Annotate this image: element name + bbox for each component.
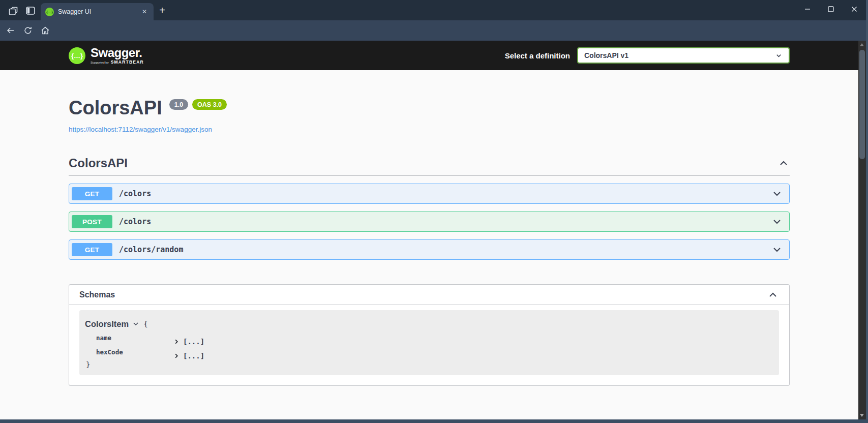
operation-row-get-colors-random[interactable]: GET /colors/random <box>69 239 790 260</box>
operation-path: /colors <box>119 189 151 198</box>
model-colorsitem: ColorsItem { name [...] <box>79 310 779 375</box>
chevron-up-icon <box>779 158 789 168</box>
back-icon[interactable] <box>5 25 16 36</box>
definition-select-value: ColorsAPI v1 <box>584 51 775 59</box>
model-property-name: name [...] <box>79 333 779 344</box>
chevron-right-icon <box>173 339 179 345</box>
method-badge: GET <box>72 187 112 200</box>
chevron-down-icon <box>132 320 139 327</box>
swagger-logo-icon: {…} <box>69 47 85 64</box>
scroll-down-arrow-icon[interactable] <box>860 414 864 417</box>
expand-operation-button[interactable] <box>771 188 783 200</box>
property-collapsed-toggle[interactable]: [...] <box>173 336 204 347</box>
page-scrollbar[interactable] <box>858 41 866 419</box>
swagger-page: ColorsAPI 1.0 OAS 3.0 https://localhost:… <box>0 70 858 419</box>
chevron-down-icon <box>772 217 782 227</box>
chevron-right-icon <box>173 353 179 359</box>
property-collapsed-toggle[interactable]: [...] <box>173 350 204 361</box>
model-name: ColorsItem <box>85 319 129 329</box>
expand-operation-button[interactable] <box>771 216 783 228</box>
spec-json-link[interactable]: https://localhost:7112/swagger/v1/swagge… <box>69 126 212 133</box>
chevron-down-icon <box>772 189 782 199</box>
close-brace: } <box>79 360 779 369</box>
tab-close-icon[interactable]: ✕ <box>140 7 149 16</box>
property-name: hexCode <box>96 347 173 358</box>
workspaces-icon[interactable] <box>7 5 19 17</box>
definition-select[interactable]: ColorsAPI v1 <box>577 47 790 64</box>
minimize-button[interactable] <box>796 0 819 18</box>
swagger-favicon-icon: {…} <box>45 8 54 16</box>
operation-row-get-colors[interactable]: GET /colors <box>69 184 790 204</box>
schemas-section: Schemas ColorsItem { name <box>69 284 790 386</box>
swagger-logo: {…} Swagger. Supported by SMARTBEAR <box>69 47 144 65</box>
model-property-hexcode: hexCode [...] <box>79 347 779 358</box>
collapse-schemas-button[interactable] <box>767 289 779 301</box>
operation-path: /colors <box>119 217 151 226</box>
browser-tab[interactable]: {…} Swagger UI ✕ <box>41 3 154 20</box>
tag-section-header[interactable]: ColorsAPI <box>69 156 790 176</box>
version-badge: 1.0 <box>169 99 188 110</box>
browser-toolbar: https://localhost:7112/swagger/index.htm… <box>0 20 868 41</box>
scrollbar-thumb[interactable] <box>859 50 865 159</box>
operation-row-post-colors[interactable]: POST /colors <box>69 212 790 232</box>
api-info-block: ColorsAPI 1.0 OAS 3.0 https://localhost:… <box>69 70 790 134</box>
close-button[interactable] <box>843 0 866 18</box>
api-title: ColorsAPI <box>69 98 162 118</box>
window-controls <box>796 0 866 18</box>
vertical-tabs-icon[interactable] <box>24 5 37 17</box>
chevron-down-icon <box>775 52 783 59</box>
open-brace: { <box>143 320 147 328</box>
schemas-title: Schemas <box>79 290 115 299</box>
chevron-up-icon <box>768 290 778 300</box>
method-badge: POST <box>72 215 112 228</box>
home-icon[interactable] <box>40 25 51 36</box>
supported-by-label: Supported by <box>91 61 109 64</box>
collapsed-value: [...] <box>183 338 204 346</box>
collapse-section-button[interactable] <box>777 157 790 169</box>
model-toggle-button[interactable] <box>132 320 139 327</box>
refresh-icon[interactable] <box>22 25 34 36</box>
window-frame-bottom <box>0 419 868 423</box>
operation-path: /colors/random <box>119 245 183 254</box>
expand-operation-button[interactable] <box>771 244 783 256</box>
new-tab-button[interactable]: + <box>156 4 169 17</box>
smartbear-brand: SMARTBEAR <box>111 59 144 65</box>
browser-tab-strip: {…} Swagger UI ✕ + <box>0 0 868 20</box>
window-frame-right <box>866 0 868 423</box>
collapsed-value: [...] <box>183 352 204 360</box>
swagger-topbar: {…} Swagger. Supported by SMARTBEAR Sele… <box>0 41 868 70</box>
select-definition-label: Select a definition <box>505 51 570 60</box>
tab-title: Swagger UI <box>58 8 136 15</box>
property-name: name <box>96 333 173 344</box>
tag-section-title: ColorsAPI <box>69 156 128 170</box>
maximize-button[interactable] <box>819 0 843 18</box>
chevron-down-icon <box>772 245 782 255</box>
swagger-logo-text: Swagger. <box>91 47 144 59</box>
oas-badge: OAS 3.0 <box>192 99 227 110</box>
schemas-header[interactable]: Schemas <box>69 285 789 305</box>
scroll-up-arrow-icon[interactable] <box>860 43 864 46</box>
method-badge: GET <box>72 243 112 256</box>
